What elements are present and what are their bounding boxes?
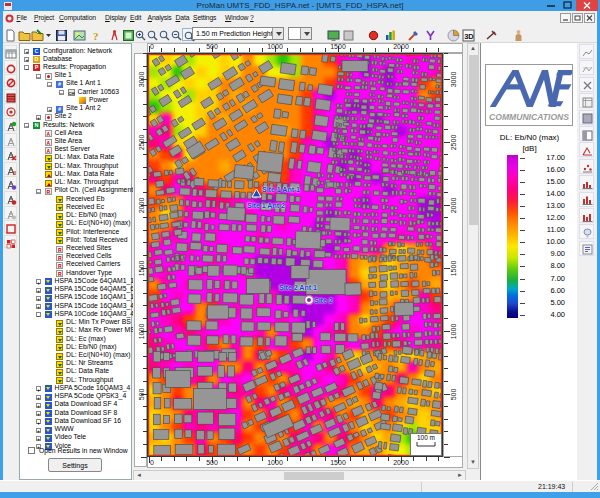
svg-text:?: ? [93, 30, 99, 42]
svg-text:3D: 3D [464, 31, 474, 40]
svg-text:COMMUNICATIONS: COMMUNICATIONS [489, 112, 570, 122]
